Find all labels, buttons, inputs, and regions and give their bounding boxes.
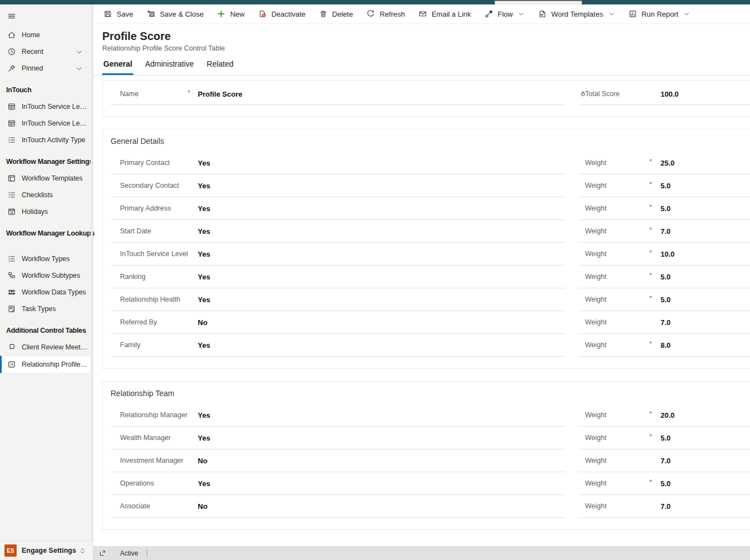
chevron-down-icon: [518, 11, 524, 17]
weight-value[interactable]: 7.0: [661, 227, 671, 235]
section-title: General Details: [103, 129, 750, 151]
sidebar-item-workflow-types[interactable]: Workflow Types: [0, 251, 93, 267]
form-body: Name Profile Score Total Score 100.0 Gen…: [93, 80, 750, 530]
required-asterisk: [649, 203, 652, 211]
cmd-flow[interactable]: Flow: [478, 6, 531, 22]
weight-value[interactable]: 7.0: [661, 456, 671, 464]
field-value[interactable]: Yes: [198, 433, 210, 442]
sidebar-item-intouch-service-level[interactable]: InTouch Service Level...: [0, 115, 93, 132]
weight-label: Weight: [585, 479, 607, 487]
updown-chevron-icon: [79, 547, 86, 554]
cmd-run-report[interactable]: Run Report: [622, 6, 697, 22]
cmd-label: Word Templates: [551, 10, 603, 18]
field-value[interactable]: Yes: [198, 411, 210, 419]
tab-administrative[interactable]: Administrative: [144, 57, 195, 75]
cmd-save-close[interactable]: Save & Close: [140, 6, 211, 22]
puzzle-icon: [7, 343, 16, 352]
cmd-delete[interactable]: Delete: [312, 6, 360, 22]
field-row-primary-address: Primary AddressYesWeight5.0: [103, 197, 750, 219]
field-value[interactable]: No: [198, 318, 207, 326]
field-value[interactable]: Yes: [198, 227, 210, 235]
expand-form-icon[interactable]: [99, 549, 106, 557]
required-asterisk: [649, 478, 652, 486]
field-value[interactable]: Yes: [198, 181, 210, 189]
field-value[interactable]: Yes: [198, 249, 210, 258]
sidebar-item-workflow-subtypes[interactable]: Workflow Subtypes: [0, 267, 93, 284]
cmd-email-a-link[interactable]: Email a Link: [412, 6, 478, 22]
weight-value[interactable]: 5.0: [661, 295, 671, 303]
sidebar-group-title: InTouch: [0, 86, 93, 94]
section-general-details: General DetailsPrimary ContactYesWeight2…: [102, 129, 750, 369]
field-value[interactable]: Yes: [198, 479, 210, 487]
field-label: Primary Address: [120, 204, 171, 212]
sidebar-item-home[interactable]: Home: [0, 27, 93, 43]
field-value[interactable]: Yes: [198, 341, 210, 349]
cmd-deactivate[interactable]: Deactivate: [251, 6, 312, 22]
sidebar-item-label: InTouch Activity Type: [22, 136, 88, 144]
weight-value[interactable]: 7.0: [661, 502, 671, 510]
weight-value[interactable]: 20.0: [661, 411, 674, 419]
cmd-word-templates[interactable]: Word Templates: [531, 6, 621, 22]
field-value[interactable]: Yes: [198, 204, 210, 212]
sidebar-groups: InTouchInTouch Service Level...InTouch S…: [0, 86, 93, 373]
form-tabs: GeneralAdministrativeRelated: [93, 57, 750, 76]
sidebar-item-holidays[interactable]: 12Holidays: [0, 203, 93, 220]
field-value[interactable]: No: [198, 456, 207, 464]
weight-value[interactable]: 5.0: [661, 204, 671, 212]
name-field-label: Name: [120, 90, 138, 98]
weight-label: Weight: [585, 182, 607, 189]
sidebar-item-workflow-templates[interactable]: Workflow Templates: [0, 170, 93, 187]
field-value[interactable]: Yes: [198, 272, 210, 281]
hamburger-icon: [7, 12, 16, 21]
cmd-label: Email a Link: [432, 10, 471, 18]
table-icon: [7, 119, 16, 128]
weight-value[interactable]: 8.0: [661, 341, 671, 349]
report-icon: [628, 9, 637, 18]
field-row-associate: AssociateNoWeight7.0: [103, 494, 750, 517]
section-title: Relationship Team: [103, 382, 750, 403]
sidebar-item-recent[interactable]: Recent: [0, 43, 93, 60]
hamburger-menu-button[interactable]: [0, 4, 93, 27]
area-switcher[interactable]: ES Engage Settings: [0, 541, 93, 560]
weight-label: Weight: [585, 250, 607, 258]
field-value[interactable]: Yes: [198, 295, 210, 303]
sidebar-item-task-types[interactable]: Task Types: [0, 301, 93, 317]
sidebar-group-title: Workflow Manager Settings: [0, 158, 93, 166]
field-label: Secondary Contact: [120, 182, 179, 189]
list-icon: [7, 254, 16, 263]
required-asterisk: [649, 226, 652, 234]
sidebar-item-intouch-activity-type[interactable]: InTouch Activity Type: [0, 132, 93, 148]
tab-related[interactable]: Related: [206, 57, 234, 75]
sidebar-item-client-review-meetin[interactable]: Client Review Meetin...: [0, 339, 93, 356]
weight-label: Weight: [585, 341, 607, 349]
sidebar-item-checklists[interactable]: Checklists: [0, 187, 93, 203]
name-field-value[interactable]: Profile Score: [198, 89, 242, 98]
required-asterisk: [649, 340, 652, 348]
weight-value[interactable]: 10.0: [661, 249, 674, 258]
tab-general[interactable]: General: [102, 57, 133, 75]
cmd-save[interactable]: Save: [97, 6, 140, 22]
sidebar-item-pinned[interactable]: Pinned: [0, 60, 93, 77]
window-icon: [7, 174, 16, 183]
main-content: SaveSave & CloseNewDeactivateDeleteRefre…: [93, 4, 750, 560]
record-status: Active: [120, 549, 138, 557]
weight-value[interactable]: 5.0: [661, 181, 671, 189]
cmd-new[interactable]: New: [210, 6, 251, 22]
field-value[interactable]: No: [198, 502, 207, 510]
field-label: Relationship Health: [120, 296, 180, 303]
weight-value[interactable]: 7.0: [661, 318, 671, 326]
field-row-name: Name Profile Score Total Score 100.0: [103, 83, 750, 104]
sidebar-item-relationship-profile-s[interactable]: 5BRelationship Profile S...: [0, 356, 93, 373]
weight-value[interactable]: 5.0: [661, 479, 671, 487]
sidebar-item-workflow-data-types[interactable]: Workflow Data Types: [0, 284, 93, 301]
field-label: Associate: [120, 502, 150, 510]
save-close-icon: [147, 9, 156, 18]
weight-value[interactable]: 25.0: [661, 158, 674, 167]
weight-value[interactable]: 5.0: [661, 433, 671, 442]
clock-icon: [7, 47, 16, 56]
clipboard-icon: [7, 304, 16, 313]
weight-value[interactable]: 5.0: [661, 272, 671, 281]
sidebar-item-intouch-service-level[interactable]: InTouch Service Level...: [0, 98, 93, 115]
cmd-refresh[interactable]: Refresh: [359, 6, 412, 22]
field-value[interactable]: Yes: [198, 158, 210, 167]
